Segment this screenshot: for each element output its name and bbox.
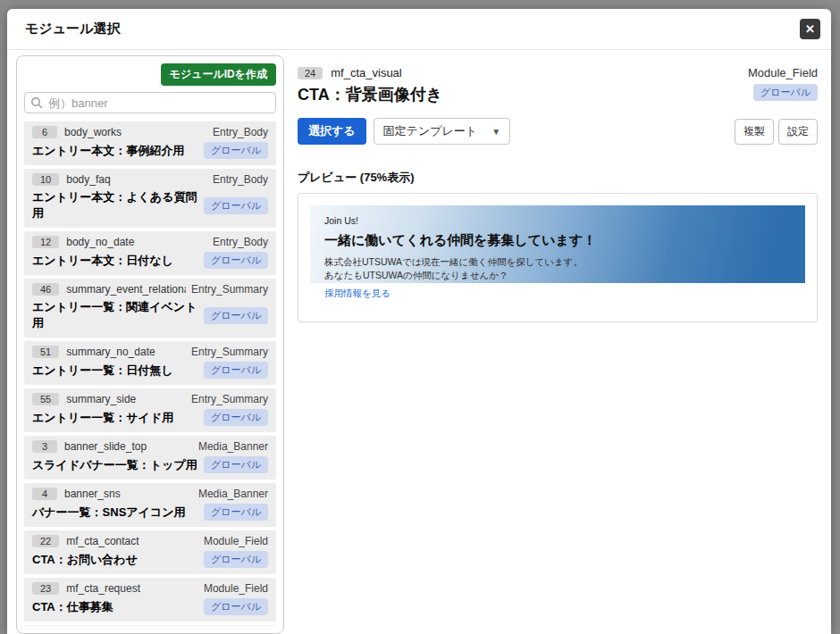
- module-type: Media_Banner: [198, 440, 268, 453]
- duplicate-button[interactable]: 複製: [735, 119, 774, 145]
- module-list: 6 body_works Entry_Body エントリー本文：事例紹介用 グロ…: [24, 121, 276, 626]
- create-module-id-button[interactable]: モジュールIDを作成: [161, 63, 276, 86]
- close-icon: ✕: [805, 22, 815, 36]
- dialog-header: モジュール選択 ✕: [7, 9, 831, 50]
- module-code: body_faq: [66, 173, 207, 186]
- create-row: モジュールIDを作成: [24, 63, 276, 86]
- module-type: Module_Field: [204, 582, 268, 595]
- select-module-button[interactable]: 選択する: [298, 118, 366, 145]
- module-id-badge: 12: [32, 236, 59, 248]
- list-item[interactable]: 23 mf_cta_request Module_Field CTA：仕事募集 …: [24, 578, 276, 621]
- module-code: banner_slide_top: [64, 440, 193, 453]
- module-name: エントリー一覧：サイド用: [32, 410, 204, 426]
- module-code: mf_cta_contact: [66, 535, 198, 547]
- module-code: banner_sns: [64, 488, 193, 500]
- module-title: CTA：背景画像付き: [298, 84, 753, 105]
- banner-body: 株式会社UTSUWAでは現在一緒に働く仲間を探しています。 あなたもUTSUWA…: [324, 255, 791, 281]
- preview-box: Join Us! 一緒に働いてくれる仲間を募集しています！ 株式会社UTSUWA…: [298, 193, 818, 322]
- list-item[interactable]: 55 summary_side Entry_Summary エントリー一覧：サイ…: [24, 388, 276, 432]
- module-id-badge: 55: [32, 393, 59, 405]
- banner-body-line2: あなたもUTSUWAの仲間になりませんか？: [324, 269, 791, 282]
- search-wrap: [24, 92, 276, 113]
- module-code: summary_side: [66, 393, 186, 405]
- global-badge: グローバル: [204, 504, 268, 521]
- module-code: mf_cta_visual: [331, 66, 748, 79]
- global-badge: グローバル: [204, 598, 268, 615]
- module-code: mf_cta_request: [66, 582, 198, 595]
- search-icon: [30, 96, 43, 109]
- module-type: Entry_Summary: [191, 393, 268, 405]
- module-id-badge: 46: [32, 283, 59, 296]
- module-detail-panel: 24 mf_cta_visual Module_Field CTA：背景画像付き…: [284, 55, 831, 634]
- module-select-dialog: モジュール選択 ✕ モジュールIDを作成 6 body_works Entry_…: [7, 9, 831, 634]
- close-button[interactable]: ✕: [800, 19, 820, 39]
- list-item[interactable]: 3 banner_slide_top Media_Banner スライドバナー一…: [24, 436, 276, 480]
- module-code: summary_event_relational: [66, 283, 186, 296]
- global-badge: グローバル: [204, 409, 268, 426]
- module-id-badge: 4: [32, 488, 57, 500]
- module-name: バナー一覧：SNSアイコン用: [32, 505, 204, 521]
- module-code: summary_no_date: [66, 346, 186, 358]
- module-id-badge: 51: [32, 346, 59, 358]
- dialog-body: モジュールIDを作成 6 body_works Entry_Body エントリー…: [7, 50, 831, 634]
- list-item[interactable]: 46 summary_event_relational Entry_Summar…: [24, 279, 276, 338]
- banner-eyebrow: Join Us!: [324, 215, 791, 226]
- banner-body-line1: 株式会社UTSUWAでは現在一緒に働く仲間を探しています。: [324, 255, 791, 269]
- global-badge: グローバル: [204, 456, 268, 473]
- module-id-badge: 22: [32, 535, 59, 547]
- module-id-badge: 10: [32, 173, 59, 186]
- module-id-badge: 6: [32, 126, 57, 138]
- module-name: エントリー本文：日付なし: [32, 253, 204, 269]
- module-type: Media_Banner: [198, 488, 268, 500]
- global-badge: グローバル: [204, 142, 268, 159]
- settings-button[interactable]: 設定: [778, 119, 818, 145]
- module-code: body_works: [64, 126, 207, 138]
- list-item[interactable]: 22 mf_cta_contact Module_Field CTA：お問い合わ…: [24, 530, 276, 574]
- module-type: Entry_Summary: [191, 346, 268, 358]
- module-code: body_no_date: [66, 236, 207, 248]
- module-type: Entry_Summary: [191, 283, 268, 296]
- module-type: Entry_Body: [213, 236, 268, 248]
- list-item[interactable]: 4 banner_sns Media_Banner バナー一覧：SNSアイコン用…: [24, 483, 276, 527]
- list-item[interactable]: 12 body_no_date Entry_Body エントリー本文：日付なし …: [24, 231, 276, 275]
- banner-heading: 一緒に働いてくれる仲間を募集しています！: [324, 232, 791, 249]
- global-badge: グローバル: [753, 84, 818, 101]
- cta-preview-banner: Join Us! 一緒に働いてくれる仲間を募集しています！ 株式会社UTSUWA…: [310, 205, 805, 283]
- module-type: Entry_Body: [213, 126, 268, 138]
- global-badge: グローバル: [204, 197, 268, 214]
- module-id-badge: 24: [298, 67, 323, 79]
- module-type: Entry_Body: [213, 173, 268, 186]
- module-name: エントリー本文：よくある質問用: [32, 189, 204, 221]
- preview-label: プレビュー (75%表示): [298, 170, 818, 186]
- chevron-down-icon: ▼: [491, 127, 500, 137]
- module-id-badge: 23: [32, 582, 59, 595]
- global-badge: グローバル: [204, 252, 268, 269]
- module-name: エントリー一覧：関連イベント用: [32, 299, 204, 331]
- global-badge: グローバル: [204, 307, 268, 324]
- module-name: エントリー本文：事例紹介用: [32, 143, 204, 159]
- global-badge: グローバル: [204, 551, 268, 568]
- template-select[interactable]: 固定テンプレート ▼: [374, 118, 510, 145]
- list-item[interactable]: 51 summary_no_date Entry_Summary エントリー一覧…: [24, 341, 276, 385]
- module-type: Module_Field: [204, 535, 268, 547]
- module-search-input[interactable]: [24, 92, 276, 113]
- module-type: Module_Field: [748, 66, 818, 79]
- global-badge: グローバル: [204, 362, 268, 379]
- module-name: エントリー一覧：日付無し: [32, 363, 204, 379]
- module-name: CTA：仕事募集: [32, 599, 204, 615]
- dialog-title: モジュール選択: [25, 21, 800, 38]
- module-id-badge: 3: [32, 440, 57, 453]
- list-item[interactable]: 24 mf_cta_visual Module_Field CTA：背景画像付き…: [24, 625, 276, 626]
- module-name: スライドバナー一覧：トップ用: [32, 457, 204, 473]
- module-list-panel: モジュールIDを作成 6 body_works Entry_Body エントリー…: [16, 55, 284, 634]
- list-item[interactable]: 6 body_works Entry_Body エントリー本文：事例紹介用 グロ…: [24, 121, 276, 165]
- template-select-value: 固定テンプレート: [383, 123, 478, 139]
- module-name: CTA：お問い合わせ: [32, 552, 204, 568]
- banner-recruit-link[interactable]: 採用情報を見る: [324, 288, 791, 300]
- list-item[interactable]: 10 body_faq Entry_Body エントリー本文：よくある質問用 グ…: [24, 169, 276, 228]
